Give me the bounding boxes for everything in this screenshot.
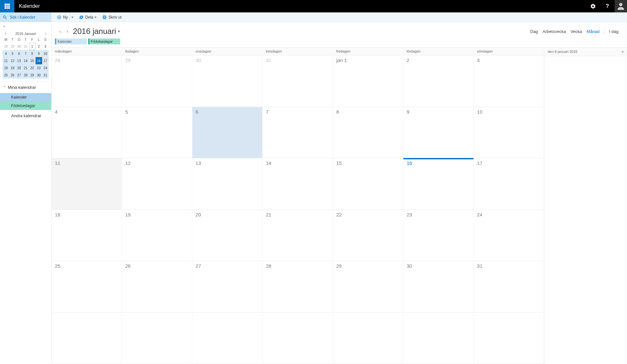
mini-next-button[interactable]: › [43,31,48,36]
day-cell[interactable] [403,313,474,364]
day-cell[interactable]: 30 [403,261,474,312]
new-button[interactable]: Ny ▾ [57,15,73,20]
mini-day-cell[interactable]: 24 [42,64,49,71]
mini-day-cell[interactable]: 21 [22,64,29,71]
print-button[interactable]: Skriv ut [102,15,121,20]
month-next-button[interactable]: › [66,28,70,35]
mini-day-cell[interactable]: 29 [29,71,36,79]
day-cell[interactable]: 28 [263,261,333,312]
mini-day-cell[interactable]: 30 [16,43,22,50]
mini-day-cell[interactable]: 17 [42,57,49,64]
mini-day-cell[interactable]: 14 [22,57,29,64]
mini-day-cell[interactable]: 11 [3,57,9,64]
day-cell[interactable]: 18 [52,210,122,261]
mini-day-cell[interactable]: 10 [42,50,49,57]
collapse-sidebar-button[interactable]: « [0,22,51,30]
view-month[interactable]: Månad [587,29,600,34]
day-cell[interactable]: jan 1 [333,55,403,107]
mini-prev-button[interactable]: ‹ [3,31,8,36]
day-cell[interactable]: 10 [474,107,544,158]
month-prev-button[interactable]: ‹ [58,28,62,35]
view-week[interactable]: Vecka [571,29,582,34]
profile-button[interactable] [615,0,627,12]
day-cell[interactable]: 24 [474,210,544,261]
day-cell[interactable]: 31 [474,261,544,312]
day-cell[interactable]: 22 [333,210,403,261]
mini-day-cell[interactable]: 18 [3,64,9,71]
day-cell[interactable]: 31 [263,55,333,107]
expand-agenda-button[interactable]: » [621,49,624,54]
mini-day-cell[interactable]: 29 [9,43,16,50]
day-cell[interactable]: 5 [122,107,192,158]
day-cell[interactable]: 4 [52,107,122,158]
calendar-list-item[interactable]: Kalender [0,93,51,102]
mini-calendar-title[interactable]: 2016 Januari [15,32,36,36]
day-cell[interactable]: 26 [122,261,192,312]
day-cell[interactable]: 12 [122,158,192,210]
day-cell[interactable]: 14 [263,158,333,210]
day-cell[interactable]: 23 [403,210,474,261]
mini-day-cell[interactable]: 31 [42,71,49,79]
mini-day-cell[interactable]: 30 [36,71,42,79]
day-cell[interactable]: 19 [122,210,192,261]
day-cell[interactable] [122,313,192,364]
mini-day-cell[interactable]: 31 [22,43,29,50]
mini-day-cell[interactable]: 27 [16,71,22,79]
view-today[interactable]: I dag [609,29,619,34]
mini-day-cell[interactable]: 4 [3,50,9,57]
day-cell[interactable]: 2 [403,55,474,107]
day-cell[interactable]: 6 [192,107,263,158]
day-cell[interactable] [192,313,263,364]
mini-day-cell[interactable]: 3 [42,43,49,50]
calendar-chip[interactable]: Födelsedagar [88,39,120,44]
mini-day-cell[interactable]: 22 [29,64,36,71]
view-day[interactable]: Dag [530,29,538,34]
mini-day-cell[interactable]: 6 [16,50,22,57]
day-cell[interactable]: 8 [333,107,403,158]
share-button[interactable]: Dela ▾ [79,15,97,20]
day-cell[interactable]: 7 [263,107,333,158]
settings-button[interactable] [586,0,600,12]
mini-day-cell[interactable]: 12 [9,57,16,64]
mini-day-cell[interactable]: 20 [16,64,22,71]
day-cell[interactable] [474,313,544,364]
help-button[interactable]: ? [600,0,615,12]
day-cell[interactable]: 9 [403,107,474,158]
day-cell[interactable]: 16 [403,158,474,210]
app-launcher-button[interactable] [0,0,14,12]
mini-day-cell[interactable]: 9 [36,50,42,57]
day-cell[interactable]: 13 [192,158,263,210]
mini-day-cell[interactable]: 15 [29,57,36,64]
mini-day-cell[interactable]: 1 [29,43,36,50]
mini-day-cell[interactable]: 28 [3,43,9,50]
month-title-button[interactable]: 2016 januari ▾ [73,27,120,36]
mini-day-cell[interactable]: 16 [36,57,42,64]
view-workweek[interactable]: Arbetsvecka [542,29,566,34]
day-cell[interactable]: 27 [192,261,263,312]
calendar-chip[interactable]: Kalender [55,39,87,44]
mini-day-cell[interactable]: 13 [16,57,22,64]
search-input[interactable] [10,15,46,20]
day-cell[interactable]: 15 [333,158,403,210]
mini-day-cell[interactable]: 2 [36,43,42,50]
mini-day-cell[interactable]: 25 [3,71,9,79]
mini-day-cell[interactable]: 26 [9,71,16,79]
day-cell[interactable]: 29 [122,55,192,107]
day-cell[interactable] [52,313,122,364]
mini-day-cell[interactable]: 8 [29,50,36,57]
day-cell[interactable]: 30 [192,55,263,107]
other-calendars-toggle[interactable]: Andra kalendrar [0,110,51,121]
mini-day-cell[interactable]: 28 [22,71,29,79]
chevron-down-icon[interactable]: ▾ [95,15,96,19]
search-bar[interactable] [0,12,51,22]
day-cell[interactable]: 20 [192,210,263,261]
day-cell[interactable]: 17 [474,158,544,210]
calendar-list-item[interactable]: Födelsedagar [0,102,51,110]
day-cell[interactable] [263,313,333,364]
mini-day-cell[interactable]: 5 [9,50,16,57]
chevron-down-icon[interactable]: ▾ [72,15,73,19]
day-cell[interactable]: 29 [333,261,403,312]
day-cell[interactable]: 28 [52,55,122,107]
day-cell[interactable]: 11 [52,158,122,210]
day-cell[interactable]: 21 [263,210,333,261]
